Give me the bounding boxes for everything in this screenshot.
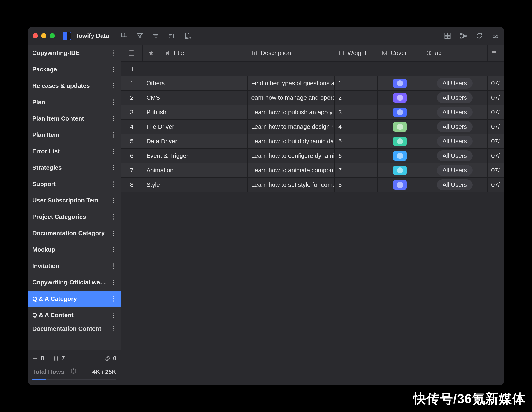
window-zoom-button[interactable] bbox=[50, 33, 55, 38]
acl-pill[interactable]: All Users bbox=[437, 92, 473, 103]
sidebar-item[interactable]: Documentation Category⋮ bbox=[28, 225, 121, 241]
cell-description[interactable]: Learn how to build dynamic da... bbox=[247, 134, 335, 149]
grid-view-icon[interactable] bbox=[444, 32, 451, 40]
row-number[interactable]: 4 bbox=[121, 120, 142, 134]
cell-date[interactable]: 07/ bbox=[487, 120, 504, 134]
help-icon[interactable] bbox=[70, 368, 76, 376]
cell-acl[interactable]: All Users bbox=[422, 149, 487, 163]
add-table-icon[interactable] bbox=[120, 32, 128, 40]
row-number[interactable]: 1 bbox=[121, 76, 142, 90]
column-header-date[interactable] bbox=[487, 45, 504, 61]
sort-icon[interactable] bbox=[168, 32, 176, 40]
select-all-checkbox[interactable] bbox=[129, 50, 134, 56]
sidebar-item[interactable]: Plan⋮ bbox=[28, 94, 121, 110]
kebab-icon[interactable]: ⋮ bbox=[110, 312, 117, 319]
sidebar-item[interactable]: Plan Item Content⋮ bbox=[28, 110, 121, 127]
cover-thumbnail[interactable] bbox=[393, 93, 407, 103]
cell-weight[interactable]: 7 bbox=[335, 163, 378, 178]
column-header-title[interactable]: Title bbox=[160, 45, 248, 61]
cell-cover[interactable] bbox=[378, 134, 422, 149]
kebab-icon[interactable]: ⋮ bbox=[110, 213, 117, 221]
cell-weight[interactable]: 8 bbox=[335, 178, 378, 192]
cell-acl[interactable]: All Users bbox=[422, 163, 487, 178]
cover-thumbnail[interactable] bbox=[393, 108, 407, 117]
column-header-weight[interactable]: Weight bbox=[335, 45, 378, 61]
cover-thumbnail[interactable] bbox=[393, 151, 407, 160]
row-number[interactable]: 6 bbox=[121, 149, 142, 163]
kebab-icon[interactable]: ⋮ bbox=[110, 49, 117, 57]
cover-thumbnail[interactable] bbox=[393, 166, 407, 175]
cell-date[interactable]: 07/ bbox=[487, 163, 504, 178]
kebab-icon[interactable]: ⋮ bbox=[110, 82, 117, 89]
cell-date[interactable]: 07/ bbox=[487, 134, 504, 149]
kebab-icon[interactable]: ⋮ bbox=[110, 66, 117, 73]
cell-date[interactable]: 07/ bbox=[487, 105, 504, 119]
table-row[interactable]: 8StyleLearn how to set style for com...8… bbox=[121, 178, 504, 192]
table-row[interactable]: 7AnimationLearn how to animate compon...… bbox=[121, 163, 504, 178]
cell-date[interactable]: 07/ bbox=[487, 76, 504, 90]
cell-description[interactable]: Learn how to manage design r... bbox=[247, 120, 335, 134]
row-number[interactable]: 2 bbox=[121, 91, 142, 105]
cell-description[interactable]: Learn how to configure dynami... bbox=[247, 149, 335, 163]
table-row[interactable]: 1OthersFind other types of questions a..… bbox=[121, 76, 504, 91]
cell-description[interactable]: Find other types of questions a... bbox=[247, 76, 335, 90]
cell-acl[interactable]: All Users bbox=[422, 178, 487, 192]
acl-pill[interactable]: All Users bbox=[437, 150, 473, 161]
cell-cover[interactable] bbox=[378, 163, 422, 178]
kebab-icon[interactable]: ⋮ bbox=[110, 230, 117, 237]
cell-acl[interactable]: All Users bbox=[422, 91, 487, 105]
cell-date[interactable]: 07/ bbox=[487, 178, 504, 192]
cell-title[interactable]: File Driver bbox=[142, 120, 247, 134]
add-row[interactable]: ＋ bbox=[121, 62, 504, 76]
table-row[interactable]: 2CMSearn how to manage and opera...2All … bbox=[121, 91, 504, 105]
cell-cover[interactable] bbox=[378, 120, 422, 134]
cell-weight[interactable]: 5 bbox=[335, 134, 378, 149]
cell-weight[interactable]: 1 bbox=[335, 76, 378, 90]
row-number[interactable]: 7 bbox=[121, 163, 142, 178]
sidebar-item[interactable]: Package⋮ bbox=[28, 61, 121, 77]
window-minimize-button[interactable] bbox=[41, 33, 46, 38]
sidebar-item[interactable]: Support⋮ bbox=[28, 176, 121, 192]
acl-pill[interactable]: All Users bbox=[437, 107, 473, 118]
cell-title[interactable]: CMS bbox=[142, 91, 247, 105]
cell-title[interactable]: Animation bbox=[142, 163, 247, 178]
sidebar-item[interactable]: Q & A Content⋮ bbox=[28, 307, 121, 323]
cell-weight[interactable]: 3 bbox=[335, 105, 378, 119]
table-row[interactable]: 3PublishLearn how to publish an app y...… bbox=[121, 105, 504, 120]
cell-weight[interactable]: 4 bbox=[335, 120, 378, 134]
search-list-icon[interactable] bbox=[491, 32, 499, 40]
group-icon[interactable] bbox=[152, 32, 160, 40]
sidebar-item[interactable]: Plan Item⋮ bbox=[28, 127, 121, 143]
cover-thumbnail[interactable] bbox=[393, 180, 407, 190]
sidebar-item[interactable]: Project Categories⋮ bbox=[28, 209, 121, 225]
kebab-icon[interactable]: ⋮ bbox=[110, 148, 117, 155]
kebab-icon[interactable]: ⋮ bbox=[110, 164, 117, 171]
window-close-button[interactable] bbox=[33, 33, 38, 38]
plus-icon[interactable]: ＋ bbox=[121, 63, 144, 75]
kebab-icon[interactable]: ⋮ bbox=[110, 115, 117, 122]
column-header-cover[interactable]: Cover bbox=[378, 45, 422, 61]
cell-title[interactable]: Others bbox=[142, 76, 247, 90]
cell-cover[interactable] bbox=[378, 91, 422, 105]
cell-title[interactable]: Style bbox=[142, 178, 247, 192]
row-number[interactable]: 8 bbox=[121, 178, 142, 192]
acl-pill[interactable]: All Users bbox=[437, 121, 473, 132]
cell-acl[interactable]: All Users bbox=[422, 105, 487, 119]
cover-thumbnail[interactable] bbox=[393, 122, 407, 131]
export-csv-icon[interactable]: CSV bbox=[184, 32, 191, 40]
cell-cover[interactable] bbox=[378, 76, 422, 90]
cell-cover[interactable] bbox=[378, 105, 422, 119]
cover-thumbnail[interactable] bbox=[393, 79, 407, 88]
kebab-icon[interactable]: ⋮ bbox=[110, 325, 117, 332]
sidebar-item[interactable]: Mockup⋮ bbox=[28, 241, 121, 258]
cell-cover[interactable] bbox=[378, 149, 422, 163]
kebab-icon[interactable]: ⋮ bbox=[110, 246, 117, 253]
column-header-acl[interactable]: acl bbox=[422, 45, 488, 61]
kebab-icon[interactable]: ⋮ bbox=[110, 262, 117, 270]
filter-icon[interactable] bbox=[136, 32, 144, 40]
row-number[interactable]: 3 bbox=[121, 105, 142, 119]
kebab-icon[interactable]: ⋮ bbox=[110, 180, 117, 188]
sidebar-item[interactable]: Copywriting-IDE⋮ bbox=[28, 45, 121, 61]
cell-weight[interactable]: 2 bbox=[335, 91, 378, 105]
kebab-icon[interactable]: ⋮ bbox=[110, 99, 117, 106]
